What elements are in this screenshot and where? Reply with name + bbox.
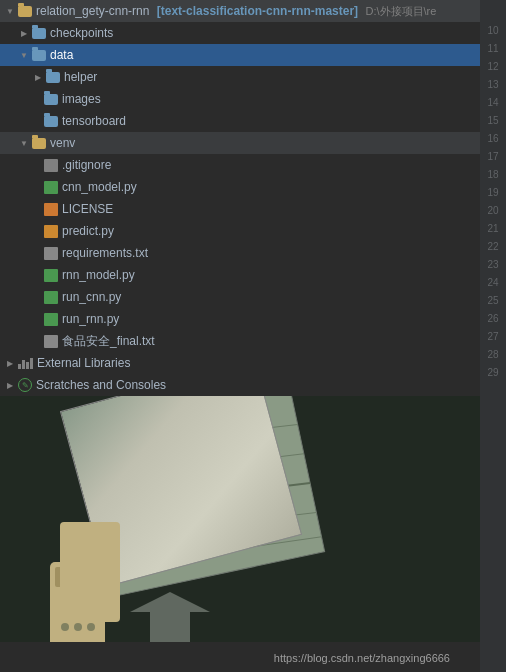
- license-file-icon: [44, 203, 58, 216]
- expand-arrow-ext: [4, 357, 16, 369]
- bar1: [18, 364, 21, 369]
- predict-label: predict.py: [62, 224, 114, 238]
- gitignore-label: .gitignore: [62, 158, 111, 172]
- tree-item-food-safety[interactable]: 食品安全_final.txt: [0, 330, 480, 352]
- expand-arrow-helper: [32, 71, 44, 83]
- line-numbers-panel: 10 11 12 13 14 15 16 17 18 19 20 21 22 2…: [480, 0, 506, 672]
- tree-item-license[interactable]: LICENSE: [0, 198, 480, 220]
- venv-folder-icon: [32, 138, 46, 149]
- run-rnn-file-icon: [44, 313, 58, 326]
- tree-item-requirements[interactable]: requirements.txt: [0, 242, 480, 264]
- bar3: [26, 362, 29, 369]
- tree-item-gitignore[interactable]: .gitignore: [0, 154, 480, 176]
- file-tree: relation_gety-cnn-rnn [text-classificati…: [0, 0, 480, 396]
- background-svg: [0, 362, 480, 642]
- line-22: 22: [480, 238, 506, 256]
- run-cnn-file-icon: [44, 291, 58, 304]
- line-16: 16: [480, 130, 506, 148]
- tree-item-root[interactable]: relation_gety-cnn-rnn [text-classificati…: [0, 0, 480, 22]
- line-19: 19: [480, 184, 506, 202]
- project-bracket-name: [text-classification-cnn-rnn-master]: [157, 4, 358, 18]
- scratches-icon: [18, 378, 32, 392]
- background-image: [0, 362, 480, 642]
- line-18: 18: [480, 166, 506, 184]
- line-20: 20: [480, 202, 506, 220]
- line-15: 15: [480, 112, 506, 130]
- svg-point-13: [74, 593, 82, 601]
- tree-item-helper[interactable]: helper: [0, 66, 480, 88]
- line-number-spacer: [480, 0, 506, 22]
- tree-item-ext-libraries[interactable]: External Libraries: [0, 352, 480, 374]
- scratches-label: Scratches and Consoles: [36, 378, 166, 392]
- svg-point-18: [61, 623, 69, 631]
- expand-arrow-root: [4, 5, 16, 17]
- svg-point-14: [87, 593, 95, 601]
- requirements-file-icon: [44, 247, 58, 260]
- expand-arrow-data: [18, 49, 30, 61]
- line-17: 17: [480, 148, 506, 166]
- tree-item-cnn-model[interactable]: cnn_model.py: [0, 176, 480, 198]
- line-24: 24: [480, 274, 506, 292]
- line-14: 14: [480, 94, 506, 112]
- tree-item-scratches[interactable]: Scratches and Consoles: [0, 374, 480, 396]
- line-13: 13: [480, 76, 506, 94]
- svg-point-12: [61, 593, 69, 601]
- bar2: [22, 360, 25, 369]
- expand-arrow-venv: [18, 137, 30, 149]
- svg-rect-8: [115, 408, 257, 550]
- svg-line-4: [85, 434, 304, 499]
- svg-line-3: [78, 405, 297, 470]
- images-label: images: [62, 92, 101, 106]
- cnn-model-file-icon: [44, 181, 58, 194]
- data-label: data: [50, 48, 73, 62]
- line-10: 10: [480, 22, 506, 40]
- svg-point-19: [74, 623, 82, 631]
- svg-line-5: [91, 464, 310, 529]
- predict-file-icon: [44, 225, 58, 238]
- tree-item-rnn-model[interactable]: rnn_model.py: [0, 264, 480, 286]
- svg-point-20: [87, 623, 95, 631]
- line-numbers: 10 11 12 13 14 15 16 17 18 19 20 21 22 2…: [480, 22, 506, 382]
- ext-libraries-icon: [18, 357, 33, 369]
- tree-item-predict[interactable]: predict.py: [0, 220, 480, 242]
- tree-item-run-cnn[interactable]: run_cnn.py: [0, 286, 480, 308]
- svg-rect-11: [55, 567, 100, 587]
- tree-item-venv[interactable]: venv: [0, 132, 480, 154]
- svg-rect-1: [0, 362, 480, 642]
- tree-item-tensorboard[interactable]: tensorboard: [0, 110, 480, 132]
- data-folder-icon: [32, 50, 46, 61]
- checkpoints-folder-icon: [32, 28, 46, 39]
- line-25: 25: [480, 292, 506, 310]
- tree-item-run-rnn[interactable]: run_rnn.py: [0, 308, 480, 330]
- tree-item-images[interactable]: images: [0, 88, 480, 110]
- tree-item-data[interactable]: data: [0, 44, 480, 66]
- svg-point-17: [87, 608, 95, 616]
- venv-label: venv: [50, 136, 75, 150]
- requirements-label: requirements.txt: [62, 246, 148, 260]
- project-name: relation_gety-cnn-rnn: [36, 4, 149, 18]
- bar4: [30, 358, 33, 369]
- run-cnn-label: run_cnn.py: [62, 290, 121, 304]
- line-11: 11: [480, 40, 506, 58]
- tensorboard-label: tensorboard: [62, 114, 126, 128]
- line-27: 27: [480, 328, 506, 346]
- food-safety-file-icon: [44, 335, 58, 348]
- line-26: 26: [480, 310, 506, 328]
- project-name-label: relation_gety-cnn-rnn [text-classificati…: [36, 4, 436, 19]
- line-21: 21: [480, 220, 506, 238]
- project-folder-icon: [18, 6, 32, 17]
- run-rnn-label: run_rnn.py: [62, 312, 119, 326]
- checkpoints-label: checkpoints: [50, 26, 113, 40]
- license-label: LICENSE: [62, 202, 113, 216]
- expand-arrow-scratches: [4, 379, 16, 391]
- line-28: 28: [480, 346, 506, 364]
- svg-point-15: [61, 608, 69, 616]
- line-12: 12: [480, 58, 506, 76]
- svg-rect-9: [137, 421, 232, 516]
- line-23: 23: [480, 256, 506, 274]
- tree-item-checkpoints[interactable]: checkpoints: [0, 22, 480, 44]
- tensorboard-folder-icon: [44, 116, 58, 127]
- line-29: 29: [480, 364, 506, 382]
- rnn-model-label: rnn_model.py: [62, 268, 135, 282]
- ext-libraries-label: External Libraries: [37, 356, 130, 370]
